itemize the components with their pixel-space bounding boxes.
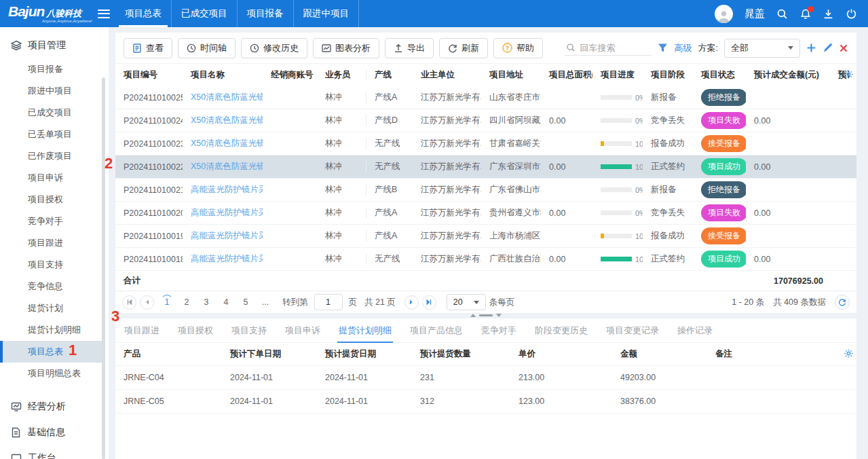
detail-tab[interactable]: 项目变更记录 bbox=[606, 318, 659, 343]
detail-tab[interactable]: 项目申诉 bbox=[285, 318, 320, 343]
last-page-icon[interactable] bbox=[422, 295, 436, 310]
collapse-up-icon[interactable] bbox=[470, 314, 476, 317]
column-header[interactable]: 业务员 bbox=[317, 69, 366, 81]
detail-tab[interactable]: 操作记录 bbox=[677, 318, 713, 343]
sidebar-item[interactable]: 已成交项目 bbox=[0, 102, 103, 124]
detail-tab[interactable]: 提货计划明细 bbox=[339, 318, 392, 343]
avatar[interactable] bbox=[715, 5, 733, 23]
detail-tab[interactable]: 竞争对手 bbox=[481, 318, 516, 343]
menu-toggle-icon[interactable] bbox=[98, 10, 110, 18]
page-number[interactable]: 4 bbox=[219, 297, 233, 307]
first-page-icon[interactable] bbox=[122, 295, 136, 310]
column-header[interactable]: 金额 bbox=[612, 348, 707, 360]
detail-tab[interactable]: 项目产品信息 bbox=[410, 318, 463, 343]
sidebar-section-analysis[interactable]: 经营分析 bbox=[0, 394, 103, 420]
page-number[interactable]: 5 bbox=[239, 297, 252, 307]
project-name-link[interactable]: 高能蓝光防护镜片采购... bbox=[183, 253, 263, 265]
sidebar-item[interactable]: 项目申诉 bbox=[0, 167, 103, 189]
column-header[interactable]: 项目地址 bbox=[481, 69, 541, 81]
add-scheme-icon[interactable] bbox=[806, 43, 816, 53]
sidebar-item[interactable]: 提货计划明细 bbox=[0, 319, 103, 341]
sidebar-section-project-management[interactable]: 项目管理 bbox=[0, 33, 103, 58]
page-size-select[interactable]: 20 bbox=[447, 294, 486, 310]
table-row[interactable]: P202411010019 高能蓝光防护镜片采购... 林冲 产线A 江苏万新光… bbox=[115, 225, 856, 248]
project-name-link[interactable]: X50清底色防蓝光镜片... bbox=[183, 161, 263, 172]
column-header[interactable]: 经销商账号 bbox=[263, 69, 317, 81]
app-logo[interactable]: Bajun 八骏科技 Anyone,Anytime,Anywhere! bbox=[0, 4, 96, 23]
view-button[interactable]: 查看 bbox=[124, 38, 172, 58]
column-header[interactable]: 项目状态 bbox=[693, 69, 746, 81]
column-header[interactable]: 项目总面积(m²) bbox=[541, 69, 592, 81]
sidebar-item[interactable]: 项目总表 bbox=[0, 341, 103, 363]
detail-tab[interactable]: 项目授权 bbox=[178, 318, 213, 343]
advanced-filter-link[interactable]: 高级 bbox=[674, 42, 692, 54]
table-row[interactable]: P202411010021 高能蓝光防护镜片采购... 林冲 产线B 江苏万新光… bbox=[115, 179, 856, 202]
sidebar-item[interactable]: 项目支持 bbox=[0, 254, 103, 276]
search-input[interactable] bbox=[580, 43, 647, 53]
history-button[interactable]: 修改历史 bbox=[241, 38, 307, 58]
column-header[interactable]: 单价 bbox=[510, 348, 612, 360]
search-icon[interactable] bbox=[776, 8, 788, 20]
column-settings-gear-icon[interactable] bbox=[844, 69, 854, 81]
detail-row[interactable]: JRNE-C05 2024-11-01 2024-11-01 312 123.0… bbox=[115, 390, 856, 414]
sidebar-item[interactable]: 跟进中项目 bbox=[0, 80, 103, 102]
page-number[interactable]: 2 bbox=[180, 297, 193, 307]
column-header[interactable]: 预计成交金额(元) bbox=[746, 69, 830, 81]
data-refresh-icon[interactable] bbox=[835, 295, 850, 310]
top-tab[interactable]: 跟进中项目 bbox=[294, 0, 360, 27]
table-row[interactable]: P202411010024 X50清底色防蓝光镜片... 林冲 产线D 江苏万新… bbox=[115, 109, 856, 132]
column-header[interactable]: 项目编号 bbox=[115, 69, 183, 81]
sidebar-item[interactable]: 竞争对手 bbox=[0, 210, 103, 232]
refresh-button[interactable]: 刷新 bbox=[439, 38, 488, 58]
column-header[interactable]: 预计提货日期 bbox=[317, 348, 412, 360]
table-row[interactable]: P202411010022 X50清底色防蓝光镜片... 林冲 无产线 江苏万新… bbox=[115, 155, 856, 179]
splitter-handle[interactable] bbox=[470, 314, 502, 317]
column-settings-gear-icon[interactable] bbox=[844, 348, 854, 361]
edit-scheme-icon[interactable] bbox=[823, 43, 833, 53]
column-header[interactable]: 项目阶段 bbox=[643, 69, 693, 81]
goto-page-input[interactable] bbox=[314, 294, 343, 310]
table-row[interactable]: P202411010018 高能蓝光防护镜片采购... 林冲 无产线 江苏万新光… bbox=[115, 248, 856, 271]
search-box[interactable] bbox=[565, 41, 652, 56]
column-header[interactable]: 预计提货数量 bbox=[412, 348, 510, 360]
user-name[interactable]: 晁盖 bbox=[744, 7, 765, 20]
chart-analysis-button[interactable]: 图表分析 bbox=[313, 38, 379, 58]
sidebar-item[interactable]: 已作废项目 bbox=[0, 145, 103, 167]
filter-funnel-icon[interactable] bbox=[658, 43, 668, 53]
timeline-button[interactable]: 时间轴 bbox=[178, 38, 235, 58]
column-header[interactable]: 项目进度 bbox=[592, 69, 643, 81]
sidebar-item[interactable]: 项目报备 bbox=[0, 58, 103, 80]
project-name-link[interactable]: X50清底色防蓝光镜片... bbox=[183, 115, 263, 126]
detail-tab[interactable]: 项目跟进 bbox=[124, 318, 159, 343]
download-icon[interactable] bbox=[823, 8, 834, 20]
bell-icon[interactable] bbox=[799, 8, 811, 20]
top-tab[interactable]: 项目总表 bbox=[115, 0, 172, 27]
detail-tab[interactable]: 阶段变更历史 bbox=[535, 318, 588, 343]
column-header[interactable]: 备注 bbox=[707, 348, 856, 360]
sidebar-item[interactable]: 项目授权 bbox=[0, 189, 103, 210]
sidebar-item[interactable]: 项目跟进 bbox=[0, 232, 103, 254]
delete-scheme-icon[interactable] bbox=[839, 43, 848, 53]
sidebar-item[interactable]: 已丢单项目 bbox=[0, 124, 103, 145]
top-tab[interactable]: 项目报备 bbox=[238, 0, 294, 27]
project-name-link[interactable]: X50清底色防蓝光镜片... bbox=[183, 138, 263, 149]
project-name-link[interactable]: 高能蓝光防护镜片采购... bbox=[183, 230, 263, 242]
detail-row[interactable]: JRNE-C04 2024-11-01 2024-11-01 231 213.0… bbox=[115, 366, 856, 390]
collapse-down-icon[interactable] bbox=[496, 314, 502, 317]
table-row[interactable]: P202411010020 高能蓝光防护镜片采购... 林冲 产线A 江苏万新光… bbox=[115, 202, 856, 225]
detail-tab[interactable]: 项目支持 bbox=[231, 318, 267, 343]
sidebar-item[interactable]: 项目明细总表 bbox=[0, 363, 103, 384]
help-button[interactable]: ? 帮助 bbox=[493, 38, 543, 58]
sidebar-item[interactable]: 竞争信息 bbox=[0, 276, 103, 297]
page-number[interactable]: 3 bbox=[200, 297, 213, 307]
column-header[interactable]: 项目名称 bbox=[183, 69, 263, 81]
column-header[interactable]: 预计下单日期 bbox=[222, 348, 317, 360]
column-header[interactable]: 产线 bbox=[366, 69, 413, 81]
project-name-link[interactable]: X50清底色防蓝光镜片... bbox=[183, 92, 263, 103]
prev-page-icon[interactable] bbox=[140, 295, 154, 310]
next-page-icon[interactable] bbox=[404, 295, 419, 310]
sidebar-section-base-info[interactable]: 基础信息 bbox=[0, 420, 103, 445]
table-row[interactable]: P202411010023 X50清底色防蓝光镜片... 林冲 无产线 江苏万新… bbox=[115, 132, 856, 155]
column-header[interactable]: 业主单位 bbox=[413, 69, 481, 81]
page-number[interactable]: 1 bbox=[160, 297, 174, 307]
